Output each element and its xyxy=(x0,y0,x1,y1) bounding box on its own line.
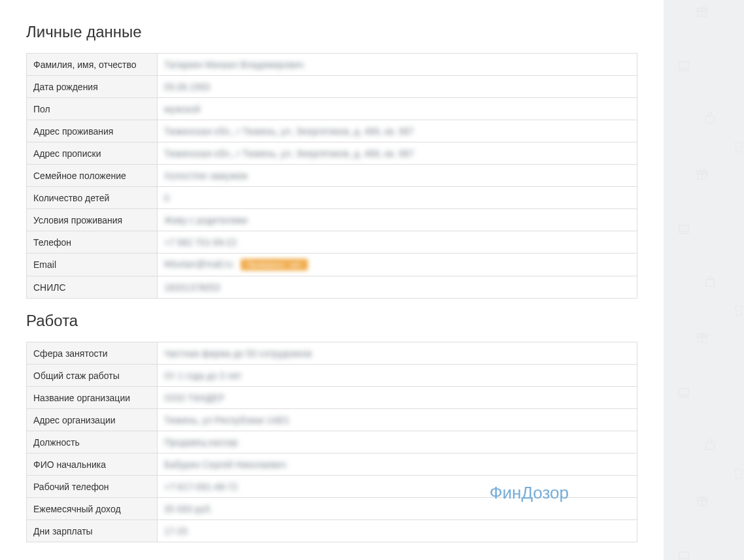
svg-rect-4 xyxy=(706,116,715,123)
laptop-icon xyxy=(677,222,691,240)
email-status-badge: Проверено · нет xyxy=(241,259,307,271)
table-row: Условия проживания Живу с родителями xyxy=(27,209,637,231)
row-label: Адрес проживания xyxy=(27,120,158,142)
row-value: 35 000 руб. xyxy=(158,498,637,520)
table-row: Пол мужской xyxy=(27,98,637,120)
row-label: Дата рождения xyxy=(27,76,158,98)
row-label: Название организации xyxy=(27,387,158,409)
table-row: Рабочий телефон +7-917-091-48-72 xyxy=(27,476,637,498)
row-value: Тюмень, ул Республики 148/1 xyxy=(158,409,637,431)
row-label: Адрес организации xyxy=(27,409,158,431)
row-value: Частная фирма до 50 сотрудников xyxy=(158,342,637,365)
svg-rect-0 xyxy=(697,8,708,11)
table-row: Общий стаж работы От 1 года до 3 лет xyxy=(27,365,637,387)
table-row: Название организации ООО ТАНДЕР xyxy=(27,387,637,409)
svg-rect-14 xyxy=(706,442,715,450)
gift-icon xyxy=(695,493,709,512)
svg-rect-1 xyxy=(698,11,707,16)
background-icon-pattern xyxy=(664,0,744,560)
shirt-icon xyxy=(732,467,744,484)
svg-rect-18 xyxy=(679,552,689,559)
svg-rect-11 xyxy=(698,337,707,342)
table-row: Сфера занятости Частная фирма до 50 сотр… xyxy=(27,342,637,365)
personal-data-table: Фамилия, имя, отчество Татаркин Михаил В… xyxy=(26,53,637,299)
laptop-icon xyxy=(677,386,691,404)
row-label: Семейное положение xyxy=(27,165,158,187)
gift-icon xyxy=(695,330,709,348)
row-value: Тюменская обл., г Тюмень, ул. Энергетико… xyxy=(158,142,637,165)
table-row: Телефон +7 982 701-99-22 xyxy=(27,231,637,254)
svg-rect-5 xyxy=(697,171,708,174)
row-value: 05.06.1993 xyxy=(158,76,637,98)
row-label: СНИЛС xyxy=(27,276,158,299)
svg-rect-6 xyxy=(698,174,707,179)
table-row: Ежемесячный доход 35 000 руб. xyxy=(27,498,637,520)
row-label: Ежемесячный доход xyxy=(27,498,158,520)
gift-icon xyxy=(695,4,709,22)
table-row: СНИЛС 18331378053 xyxy=(27,276,637,299)
row-label: Телефон xyxy=(27,231,158,254)
row-label: Условия проживания xyxy=(27,209,158,231)
row-value: мужской xyxy=(158,98,637,120)
row-value: 17-25 xyxy=(158,520,637,542)
row-label: Фамилия, имя, отчество xyxy=(27,54,158,76)
row-value: 0 xyxy=(158,187,637,209)
work-section-title: Работа xyxy=(26,312,637,330)
row-label: Количество детей xyxy=(27,187,158,209)
row-label: Должность xyxy=(27,431,158,453)
table-row: Адрес проживания Тюменская обл., г Тюмен… xyxy=(27,120,637,142)
bag-icon xyxy=(703,111,717,129)
laptop-icon xyxy=(677,59,691,77)
svg-rect-9 xyxy=(706,279,715,286)
table-row: Адрес прописки Тюменская обл., г Тюмень,… xyxy=(27,142,637,165)
table-row: Должность Продавец-кассир xyxy=(27,431,637,453)
row-value: 18331378053 xyxy=(158,276,637,299)
row-value: +7 982 701-99-22 xyxy=(158,231,637,254)
svg-rect-13 xyxy=(679,389,689,395)
work-data-table: Сфера занятости Частная фирма до 50 сотр… xyxy=(26,342,637,542)
row-value: +7-917-091-48-72 xyxy=(158,476,637,498)
row-label: ФИО начальника xyxy=(27,453,158,476)
svg-rect-3 xyxy=(679,62,689,69)
bag-icon xyxy=(703,274,717,293)
shirt-icon xyxy=(732,304,744,321)
row-label: Общий стаж работы xyxy=(27,365,158,387)
table-row: Адрес организации Тюмень, ул Республики … xyxy=(27,409,637,431)
svg-rect-10 xyxy=(697,335,708,337)
row-label: Рабочий телефон xyxy=(27,476,158,498)
row-value: Бабурин Сергей Николаевич xyxy=(158,453,637,476)
table-row: Семейное положение Холост/не замужем xyxy=(27,165,637,187)
table-row: Дни зарплаты 17-25 xyxy=(27,520,637,542)
svg-rect-16 xyxy=(698,501,707,506)
laptop-icon xyxy=(677,549,691,560)
svg-rect-15 xyxy=(697,498,708,501)
table-row: Email Mixotan@mail.ru Проверено · нет xyxy=(27,254,637,276)
row-value: Холост/не замужем xyxy=(158,165,637,187)
row-label: Сфера занятости xyxy=(27,342,158,365)
row-value: Живу с родителями xyxy=(158,209,637,231)
table-row: ФИО начальника Бабурин Сергей Николаевич xyxy=(27,453,637,476)
row-value: Продавец-кассир xyxy=(158,431,637,453)
table-row: Дата рождения 05.06.1993 xyxy=(27,76,637,98)
table-row: Количество детей 0 xyxy=(27,187,637,209)
svg-rect-8 xyxy=(679,225,689,232)
row-value: ООО ТАНДЕР xyxy=(158,387,637,409)
gift-icon xyxy=(695,167,709,185)
row-label: Пол xyxy=(27,98,158,120)
row-label: Email xyxy=(27,254,158,276)
personal-section-title: Личные данные xyxy=(26,23,637,41)
row-value: Татаркин Михаил Владимирович xyxy=(158,54,637,76)
row-label: Дни зарплаты xyxy=(27,520,158,542)
shirt-icon xyxy=(732,140,744,157)
table-row: Фамилия, имя, отчество Татаркин Михаил В… xyxy=(27,54,637,76)
row-value: Тюменская обл., г Тюмень, ул. Энергетико… xyxy=(158,120,637,142)
row-value: Mixotan@mail.ru Проверено · нет xyxy=(158,254,637,276)
row-value: От 1 года до 3 лет xyxy=(158,365,637,387)
bag-icon xyxy=(703,438,717,456)
row-label: Адрес прописки xyxy=(27,142,158,165)
